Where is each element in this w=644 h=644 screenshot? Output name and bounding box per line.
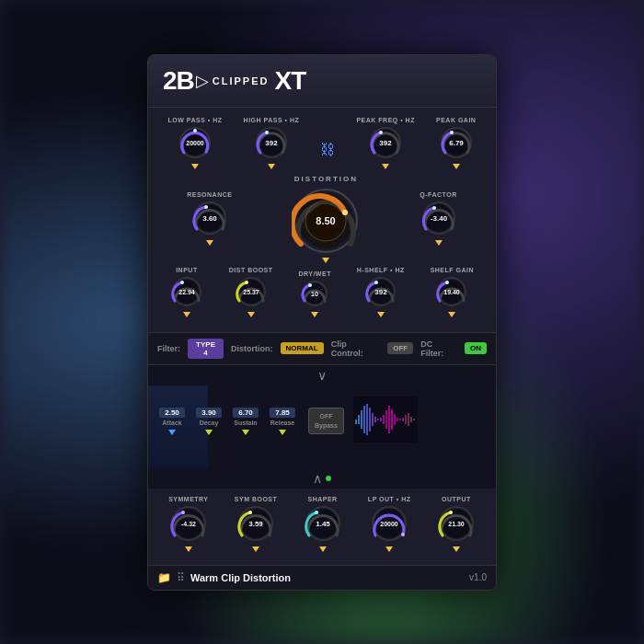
peakfreq-label: PEAK FREQ • HZ xyxy=(356,117,415,123)
distortion-knob[interactable]: 8.50 xyxy=(292,187,361,256)
distboost-group: DIST BOOST 25.37 xyxy=(229,267,273,317)
symboost-arrow xyxy=(252,546,259,552)
svg-rect-64 xyxy=(391,409,393,430)
lowpass-arrow xyxy=(191,164,199,169)
drywet-knob[interactable]: 10 xyxy=(300,279,329,308)
sustain-label: Sustain xyxy=(234,420,257,426)
adsr-section: 2.50 Attack 3.90 Decay 6.70 Sustain 7.85… xyxy=(148,385,496,468)
svg-text:392: 392 xyxy=(380,139,393,147)
highpass-label: HIGH PASS • HZ xyxy=(244,117,300,123)
folder-icon[interactable]: 📁 xyxy=(157,571,171,584)
symboost-knob[interactable]: 3.59 xyxy=(236,504,275,543)
bottom-section: SYMMETRY -4.32 SYM BOOST xyxy=(148,489,496,565)
svg-point-83 xyxy=(315,511,318,514)
drywet-group: DRY/WET 10 xyxy=(298,270,331,317)
svg-point-10 xyxy=(379,131,383,134)
clip-control-label: Clip Control: xyxy=(331,339,381,358)
chevron-up-button[interactable]: ∧ xyxy=(313,471,322,486)
distboost-knob[interactable]: 25.37 xyxy=(235,275,268,308)
lpout-arrow xyxy=(385,546,393,552)
output-arrow xyxy=(453,546,460,552)
peakfreq-knob[interactable]: 392 xyxy=(368,125,403,160)
svg-point-79 xyxy=(248,511,252,514)
svg-point-36 xyxy=(245,281,248,284)
logo-2b: 2B xyxy=(163,66,194,96)
svg-text:3.59: 3.59 xyxy=(248,520,263,528)
footer-left: 📁 ⠿ Warm Clip Distortion xyxy=(157,571,291,584)
knob-row-1: LOW PASS • HZ 20000 HIGH PASS • HZ xyxy=(157,117,487,169)
footer: 📁 ⠿ Warm Clip Distortion v1.0 xyxy=(148,565,496,590)
grid-icon[interactable]: ⠿ xyxy=(177,571,185,584)
svg-point-14 xyxy=(450,131,454,134)
dc-filter-button[interactable]: ON xyxy=(465,342,487,354)
clip-control-button[interactable]: OFF xyxy=(387,342,413,354)
chevron-down-button[interactable]: ∨ xyxy=(317,368,327,383)
drywet-label: DRY/WET xyxy=(298,270,331,277)
filter-label: Filter: xyxy=(157,344,180,353)
svg-point-87 xyxy=(401,533,405,536)
lowpass-knob[interactable]: 20000 xyxy=(178,125,213,160)
bottom-knob-row: SYMMETRY -4.32 SYM BOOST xyxy=(155,496,489,552)
sustain-value: 6.70 xyxy=(233,408,259,418)
svg-text:19.40: 19.40 xyxy=(444,289,461,295)
peakgain-group: PEAK GAIN 6.79 xyxy=(436,117,476,169)
symboost-label: SYM BOOST xyxy=(235,496,278,502)
hshelf-arrow xyxy=(377,312,385,317)
peakgain-knob[interactable]: 6.79 xyxy=(439,125,474,160)
resonance-arrow xyxy=(206,240,213,246)
plugin-container: 2B ▷ CLIPPED XT LOW PASS • HZ 20000 xyxy=(147,54,497,591)
svg-text:21.30: 21.30 xyxy=(448,521,465,527)
distortion-type-button[interactable]: NORMAL xyxy=(281,342,324,354)
symmetry-knob[interactable]: -4.32 xyxy=(169,504,208,543)
decay-label: Decay xyxy=(200,420,219,426)
svg-rect-65 xyxy=(394,414,396,425)
svg-point-24 xyxy=(342,210,348,215)
adsr-row: 2.50 Attack 3.90 Decay 6.70 Sustain 7.85… xyxy=(155,393,489,450)
input-label: INPUT xyxy=(176,267,198,273)
bypass-button[interactable]: OFF Bypass xyxy=(308,408,344,435)
svg-rect-70 xyxy=(408,413,409,426)
qfactor-knob[interactable]: -3.40 xyxy=(420,200,457,236)
shelfgain-group: SHELF GAIN 19.40 xyxy=(431,267,474,317)
hshelf-group: H-SHELF • HZ 392 xyxy=(357,267,405,317)
svg-rect-53 xyxy=(361,410,362,429)
resonance-group: RESONANCE 3.60 xyxy=(187,191,232,246)
input-arrow xyxy=(183,312,190,317)
release-value: 7.85 xyxy=(270,408,295,418)
svg-point-48 xyxy=(445,281,449,284)
highpass-knob[interactable]: 392 xyxy=(254,125,289,160)
shelfgain-knob[interactable]: 19.40 xyxy=(435,275,468,308)
decay-value: 3.90 xyxy=(196,408,222,418)
svg-rect-71 xyxy=(410,417,412,422)
svg-text:20000: 20000 xyxy=(380,521,398,527)
shaper-group: SHAPER 1.45 xyxy=(304,496,342,552)
decay-arrow xyxy=(205,430,213,435)
distortion-row: RESONANCE 3.60 DISTORTION xyxy=(157,175,487,263)
link-icon[interactable]: ⛓ xyxy=(320,142,335,169)
hshelf-knob[interactable]: 392 xyxy=(364,275,397,308)
svg-point-18 xyxy=(204,205,208,209)
dc-filter-label: DC Filter: xyxy=(420,339,457,358)
lpout-knob[interactable]: 20000 xyxy=(370,504,408,543)
header: 2B ▷ CLIPPED XT xyxy=(148,55,496,108)
shaper-knob[interactable]: 1.45 xyxy=(304,504,342,543)
resonance-knob[interactable]: 3.60 xyxy=(191,200,228,236)
lpout-group: LP OUT • HZ 20000 xyxy=(368,496,411,552)
svg-text:8.50: 8.50 xyxy=(316,215,335,226)
svg-text:3.60: 3.60 xyxy=(202,214,217,223)
input-group: INPUT 22.94 xyxy=(170,267,203,317)
symmetry-group: SYMMETRY -4.32 xyxy=(168,496,208,552)
svg-text:25.37: 25.37 xyxy=(243,289,259,295)
release-group: 7.85 Release xyxy=(270,408,295,435)
distboost-label: DIST BOOST xyxy=(229,267,273,273)
symboost-group: SYM BOOST 3.59 xyxy=(235,496,278,552)
shaper-label: SHAPER xyxy=(308,496,338,502)
input-knob[interactable]: 22.94 xyxy=(170,275,203,308)
svg-point-2 xyxy=(193,129,197,132)
svg-text:392: 392 xyxy=(265,139,278,147)
svg-text:22.94: 22.94 xyxy=(178,289,195,295)
output-knob[interactable]: 21.30 xyxy=(437,504,476,543)
filter-type-button[interactable]: TYPE 4 xyxy=(188,339,224,359)
svg-rect-59 xyxy=(377,419,379,420)
waveform-svg xyxy=(353,397,418,443)
